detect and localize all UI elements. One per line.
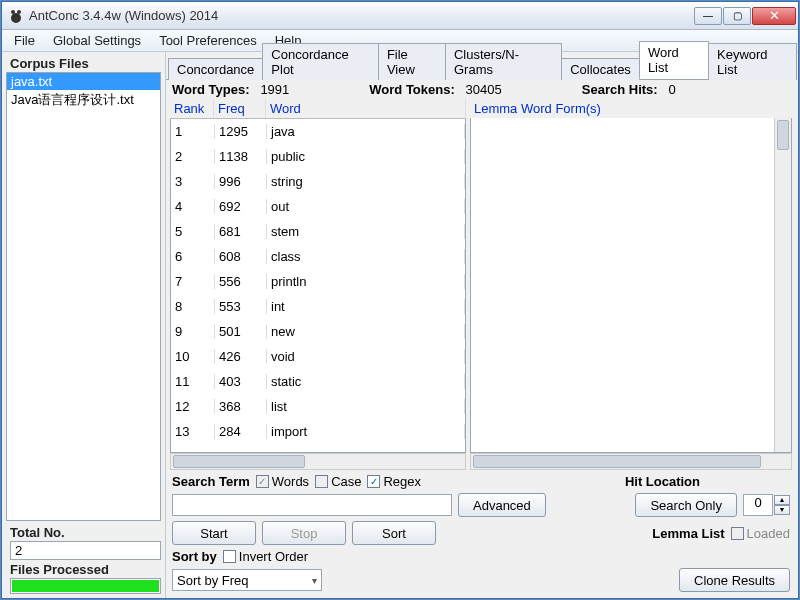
hscroll-wordlist[interactable] — [170, 453, 466, 470]
maximize-button[interactable]: ▢ — [723, 7, 751, 25]
sort-by-select[interactable]: Sort by Freq — [172, 569, 322, 591]
table-row[interactable]: 4692out — [171, 194, 465, 219]
hit-location-spinner[interactable]: 0 ▲▼ — [743, 494, 790, 516]
cell-rank: 6 — [171, 249, 215, 264]
menu-file[interactable]: File — [6, 31, 43, 50]
word-tokens-label: Word Tokens: — [369, 82, 454, 97]
corpus-file-list[interactable]: java.txt Java语言程序设计.txt — [6, 72, 161, 521]
sort-by-label: Sort by — [172, 549, 217, 564]
cell-word: static — [267, 374, 465, 389]
table-row[interactable]: 11403static — [171, 369, 465, 394]
regex-label: Regex — [383, 474, 421, 489]
search-term-label: Search Term — [172, 474, 250, 489]
sort-button[interactable]: Sort — [352, 521, 436, 545]
svg-point-2 — [17, 10, 21, 14]
controls: Search Term ✓Words Case ✓Regex Hit Locat… — [166, 470, 796, 598]
cell-word: out — [267, 199, 465, 214]
words-checkbox[interactable]: ✓Words — [256, 474, 309, 489]
table-row[interactable]: 5681stem — [171, 219, 465, 244]
stop-button[interactable]: Stop — [262, 521, 346, 545]
lemma-header[interactable]: Lemma Word Form(s) — [470, 99, 792, 118]
total-no-value: 2 — [10, 541, 161, 560]
left-pane-footer: Total No. 2 Files Processed — [10, 523, 161, 594]
loaded-checkbox: Loaded — [731, 526, 790, 541]
cell-word: new — [267, 324, 465, 339]
left-pane: Corpus Files java.txt Java语言程序设计.txt Tot… — [2, 52, 166, 598]
hit-location-label: Hit Location — [625, 474, 700, 489]
search-only-button[interactable]: Search Only — [635, 493, 737, 517]
right-pane: Concordance Concordance Plot File View C… — [166, 52, 798, 598]
regex-checkbox[interactable]: ✓Regex — [367, 474, 421, 489]
menu-tool-preferences[interactable]: Tool Preferences — [151, 31, 265, 50]
tab-concordance-plot[interactable]: Concordance Plot — [262, 43, 379, 80]
tab-keyword-list[interactable]: Keyword List — [708, 43, 797, 80]
svg-point-1 — [11, 10, 15, 14]
search-term-input[interactable] — [172, 494, 452, 516]
table-row[interactable]: 10426void — [171, 344, 465, 369]
vertical-scrollbar[interactable] — [774, 118, 791, 452]
cell-freq: 556 — [215, 274, 267, 289]
start-button[interactable]: Start — [172, 521, 256, 545]
hscroll-lemma[interactable] — [470, 453, 792, 470]
case-checkbox[interactable]: Case — [315, 474, 361, 489]
table-body[interactable]: 11295java21138public3996string4692out568… — [170, 119, 466, 453]
advanced-button[interactable]: Advanced — [458, 493, 546, 517]
invert-order-checkbox[interactable]: Invert Order — [223, 549, 308, 564]
corpus-file-item[interactable]: Java语言程序设计.txt — [7, 90, 160, 110]
menu-global-settings[interactable]: Global Settings — [45, 31, 149, 50]
table-wrap: Rank Freq Word 11295java21138public3996s… — [166, 99, 796, 453]
cell-word: list — [267, 399, 465, 414]
table-row[interactable]: 11295java — [171, 119, 465, 144]
tab-concordance[interactable]: Concordance — [168, 58, 263, 80]
table-row[interactable]: 8553int — [171, 294, 465, 319]
tab-word-list[interactable]: Word List — [639, 41, 709, 79]
tab-clusters-ngrams[interactable]: Clusters/N-Grams — [445, 43, 562, 80]
cell-word: println — [267, 274, 465, 289]
cell-rank: 5 — [171, 224, 215, 239]
cell-word: public — [267, 149, 465, 164]
app-icon — [8, 8, 24, 24]
cell-freq: 681 — [215, 224, 267, 239]
corpus-file-item[interactable]: java.txt — [7, 73, 160, 90]
word-types-label: Word Types: — [172, 82, 250, 97]
cell-rank: 12 — [171, 399, 215, 414]
hit-location-value[interactable]: 0 — [743, 494, 773, 516]
lemma-panel: Lemma Word Form(s) — [470, 99, 792, 453]
lemma-list-label: Lemma List — [652, 526, 724, 541]
cell-freq: 608 — [215, 249, 267, 264]
loaded-label: Loaded — [747, 526, 790, 541]
spinner-up-icon[interactable]: ▲ — [774, 495, 790, 505]
minimize-button[interactable]: — — [694, 7, 722, 25]
invert-order-label: Invert Order — [239, 549, 308, 564]
col-rank[interactable]: Rank — [170, 99, 214, 118]
close-button[interactable]: ✕ — [752, 7, 796, 25]
case-label: Case — [331, 474, 361, 489]
lemma-body[interactable] — [470, 118, 792, 453]
cell-freq: 501 — [215, 324, 267, 339]
cell-freq: 996 — [215, 174, 267, 189]
cell-word: java — [267, 124, 465, 139]
clone-results-button[interactable]: Clone Results — [679, 568, 790, 592]
cell-freq: 426 — [215, 349, 267, 364]
table-header: Rank Freq Word — [170, 99, 466, 119]
total-no-label: Total No. — [10, 525, 159, 540]
cell-rank: 10 — [171, 349, 215, 364]
cell-freq: 692 — [215, 199, 267, 214]
table-row[interactable]: 3996string — [171, 169, 465, 194]
table-row[interactable]: 7556println — [171, 269, 465, 294]
tab-collocates[interactable]: Collocates — [561, 58, 640, 80]
window-title: AntConc 3.4.4w (Windows) 2014 — [29, 8, 694, 23]
table-row[interactable]: 21138public — [171, 144, 465, 169]
hscroll-row — [166, 453, 796, 470]
spinner-down-icon[interactable]: ▼ — [774, 505, 790, 515]
col-word[interactable]: Word — [266, 99, 466, 118]
col-freq[interactable]: Freq — [214, 99, 266, 118]
table-row[interactable]: 6608class — [171, 244, 465, 269]
svg-point-0 — [11, 13, 21, 23]
word-types-value: 1991 — [260, 82, 289, 97]
cell-rank: 4 — [171, 199, 215, 214]
table-row[interactable]: 13284import — [171, 419, 465, 444]
tab-file-view[interactable]: File View — [378, 43, 446, 80]
table-row[interactable]: 12368list — [171, 394, 465, 419]
table-row[interactable]: 9501new — [171, 319, 465, 344]
